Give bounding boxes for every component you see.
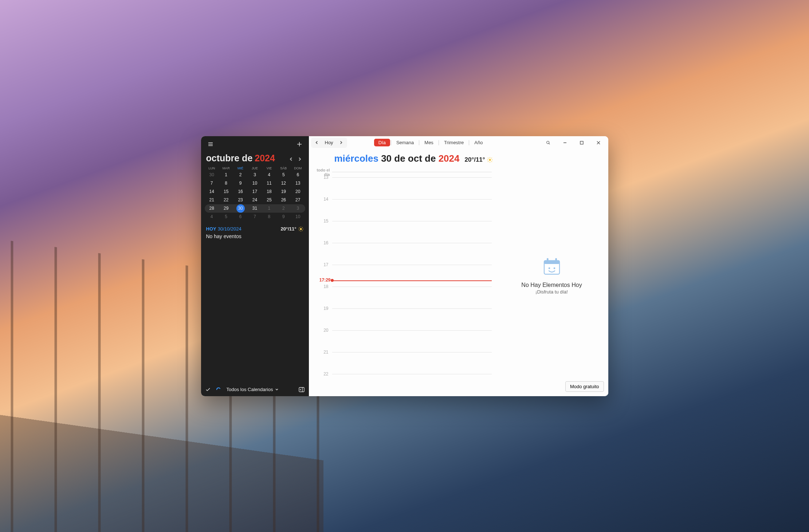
today-weather: 20°/11° xyxy=(281,226,296,232)
calendar-day[interactable]: 26 xyxy=(276,196,291,204)
hour-label: 21 xyxy=(309,350,332,355)
prev-month-button[interactable] xyxy=(287,155,295,163)
calendar-day[interactable]: 28 xyxy=(205,204,219,213)
calendar-day[interactable]: 6 xyxy=(291,171,305,179)
next-day-button[interactable] xyxy=(337,138,346,147)
calendar-day[interactable]: 21 xyxy=(205,196,219,204)
month-year: 2024 xyxy=(255,153,275,163)
calendar-day[interactable]: 5 xyxy=(219,213,233,221)
calendar-day[interactable]: 19 xyxy=(276,188,291,196)
calendar-day[interactable]: 16 xyxy=(233,188,247,196)
calendar-day[interactable]: 8 xyxy=(219,179,233,188)
calendar-day[interactable]: 9 xyxy=(276,213,291,221)
calendar-day[interactable]: 4 xyxy=(205,213,219,221)
calendar-day[interactable]: 11 xyxy=(262,179,276,188)
calendar-day[interactable]: 27 xyxy=(291,196,305,204)
calendar-day[interactable]: 15 xyxy=(219,188,233,196)
calendar-day[interactable]: 13 xyxy=(291,179,305,188)
today-info: HOY 30/10/2024 20°/11° xyxy=(201,221,309,232)
calendar-day[interactable]: 5 xyxy=(276,171,291,179)
sun-icon xyxy=(487,157,493,163)
dow-label: DOM xyxy=(291,166,305,171)
view-tab-año[interactable]: Año xyxy=(470,139,487,146)
maximize-button[interactable] xyxy=(574,138,589,148)
svg-line-20 xyxy=(491,158,492,158)
dow-label: SÁB xyxy=(276,166,291,171)
check-icon[interactable] xyxy=(205,387,211,392)
calendar-day[interactable]: 25 xyxy=(262,196,276,204)
svg-line-19 xyxy=(488,161,488,162)
search-icon[interactable] xyxy=(541,138,555,148)
minimize-button[interactable] xyxy=(558,138,572,148)
svg-point-26 xyxy=(553,267,555,269)
view-tab-día[interactable]: Día xyxy=(374,139,390,146)
calendar-selector[interactable]: Todos los Calendarios xyxy=(227,387,279,392)
svg-rect-23 xyxy=(547,258,549,262)
svg-point-0 xyxy=(300,228,302,230)
now-time-label: 17:29 xyxy=(309,277,331,283)
calendar-day[interactable]: 18 xyxy=(262,188,276,196)
svg-line-7 xyxy=(299,230,299,230)
today-button[interactable]: Hoy xyxy=(322,140,336,145)
calendar-day[interactable]: 30 xyxy=(233,204,247,213)
today-label: HOY xyxy=(206,226,216,232)
calendar-day[interactable]: 31 xyxy=(248,204,262,213)
date-weather: 20°/11° xyxy=(464,156,493,163)
calendar-day[interactable]: 12 xyxy=(276,179,291,188)
calendar-day[interactable]: 2 xyxy=(276,204,291,213)
all-day-divider xyxy=(332,172,492,172)
calendar-day[interactable]: 8 xyxy=(262,213,276,221)
calendar-day[interactable]: 24 xyxy=(248,196,262,204)
calendar-day[interactable]: 7 xyxy=(248,213,262,221)
calendar-day[interactable]: 10 xyxy=(248,179,262,188)
calendar-day[interactable]: 17 xyxy=(248,188,262,196)
calendar-day[interactable]: 20 xyxy=(291,188,305,196)
calendar-day[interactable]: 4 xyxy=(262,171,276,179)
hour-line xyxy=(332,199,492,200)
view-tab-trimestre[interactable]: Trimestre xyxy=(440,139,468,146)
hour-line xyxy=(332,287,492,287)
all-day-row: todo el día xyxy=(309,167,608,177)
main: Hoy DíaSemanaMesTrimestreAño miércoles 3… xyxy=(309,136,608,396)
calendar-day[interactable]: 6 xyxy=(233,213,247,221)
close-button[interactable] xyxy=(591,138,606,148)
svg-line-6 xyxy=(302,230,302,230)
calendar-day[interactable]: 22 xyxy=(219,196,233,204)
calendar-day[interactable]: 3 xyxy=(248,171,262,179)
calendar-day[interactable]: 3 xyxy=(291,204,305,213)
calendar-day[interactable]: 2 xyxy=(233,171,247,179)
calendar-day[interactable]: 30 xyxy=(205,171,219,179)
add-event-button[interactable] xyxy=(294,138,305,150)
dow-label: MAR xyxy=(219,166,233,171)
now-line xyxy=(332,280,492,281)
view-tab-semana[interactable]: Semana xyxy=(392,139,418,146)
calendar-day[interactable]: 1 xyxy=(219,171,233,179)
calendar-day[interactable]: 14 xyxy=(205,188,219,196)
calendar-window: octubre de 2024 LUNMARMIÉJUEVIESÁBDOM 30… xyxy=(201,136,608,396)
hour-line xyxy=(332,177,492,178)
next-month-button[interactable] xyxy=(296,155,304,163)
calendar-day[interactable]: 29 xyxy=(219,204,233,213)
calendar-day[interactable]: 10 xyxy=(291,213,305,221)
svg-rect-22 xyxy=(544,260,559,264)
menu-icon[interactable] xyxy=(205,138,216,150)
date-weekday: miércoles xyxy=(334,153,378,164)
prev-day-button[interactable] xyxy=(313,138,321,147)
hour-label: 17 xyxy=(309,262,332,267)
calendar-day[interactable]: 23 xyxy=(233,196,247,204)
hour-line xyxy=(332,374,492,374)
free-mode-button[interactable]: Modo gratuito xyxy=(565,381,604,392)
chevron-down-icon xyxy=(275,388,279,391)
tab-separator xyxy=(391,140,391,145)
panel-toggle-icon[interactable] xyxy=(299,387,305,392)
sidebar-bottom: Todos los Calendarios xyxy=(201,383,309,396)
calendar-day[interactable]: 7 xyxy=(205,179,219,188)
calendar-day[interactable]: 9 xyxy=(233,179,247,188)
calendar-day[interactable]: 1 xyxy=(262,204,276,213)
view-tab-mes[interactable]: Mes xyxy=(420,139,438,146)
mini-calendar: 3012345678910111213141516171819202122232… xyxy=(201,171,309,221)
agenda-panel: No Hay Elementos Hoy ¡Disfruta tu día! xyxy=(495,176,608,396)
svg-line-18 xyxy=(491,161,492,162)
svg-line-17 xyxy=(488,158,488,158)
now-dot xyxy=(331,279,334,282)
